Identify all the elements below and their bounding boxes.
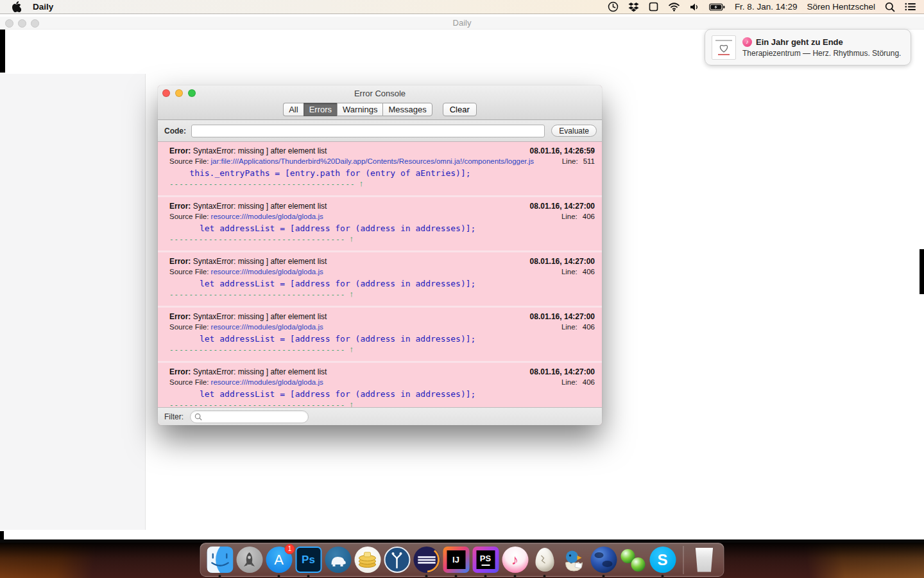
tab-errors[interactable]: Errors <box>304 103 337 116</box>
error-timestamp: 08.01.16, 14:27:00 <box>530 257 595 266</box>
dock-item-egg[interactable] <box>530 545 560 575</box>
sourcetree-icon <box>384 547 411 574</box>
cracked-egg-icon <box>531 547 558 574</box>
skype-icon: S <box>649 547 676 574</box>
photoshop-icon: Ps <box>295 547 322 574</box>
notification-title: Ein Jahr geht zu Ende <box>756 37 843 47</box>
finder-icon <box>207 547 234 574</box>
error-code-line: let addressList = [address for (address … <box>169 334 595 344</box>
battery-charging-icon[interactable] <box>709 3 725 11</box>
error-entry[interactable]: Error: SyntaxError: missing ] after elem… <box>158 142 602 197</box>
green-orbs-icon <box>620 547 647 574</box>
dock-item-sequel-pro[interactable] <box>353 545 382 575</box>
error-message: Error: SyntaxError: missing ] after elem… <box>169 202 327 211</box>
dock-item-firefox-nightly[interactable] <box>589 545 619 575</box>
code-eval-bar: Code: Evaluate <box>158 120 602 142</box>
error-entry[interactable]: Error: SyntaxError: missing ] after elem… <box>158 308 602 363</box>
apple-icon[interactable] <box>12 1 21 12</box>
time-machine-icon[interactable] <box>608 1 619 12</box>
tab-messages[interactable]: Messages <box>382 103 432 116</box>
source-file-link[interactable]: resource:///modules/gloda/gloda.js <box>211 323 323 331</box>
app-store-icon: A 1 <box>266 547 293 574</box>
caret-arrow-icon: ↑ <box>359 179 364 188</box>
tab-warnings[interactable]: Warnings <box>337 103 382 116</box>
evaluate-button[interactable]: Evaluate <box>551 125 597 137</box>
error-timestamp: 08.01.16, 14:27:00 <box>530 202 595 211</box>
itunes-icon: ♪ <box>742 37 752 47</box>
dock-item-app-store[interactable]: A 1 <box>264 545 294 575</box>
dock-item-mamp[interactable] <box>323 545 353 575</box>
dock-item-trash[interactable] <box>690 545 719 575</box>
dock-item-photoshop[interactable]: Ps <box>294 545 323 575</box>
error-entry[interactable]: Error: SyntaxError: missing ] after elem… <box>158 197 602 252</box>
source-file-row: Source File: resource:///modules/gloda/g… <box>169 268 323 276</box>
dock-separator <box>683 546 684 574</box>
caret-arrow-icon: ↑ <box>349 399 354 407</box>
dock-item-green-orbs[interactable] <box>619 545 648 575</box>
error-timestamp: 08.01.16, 14:26:59 <box>530 146 595 155</box>
dock-item-skype[interactable]: S <box>648 545 678 575</box>
error-entry[interactable]: Error: SyntaxError: missing ] after elem… <box>158 363 602 407</box>
dock: A 1 Ps IJ PS ♪ <box>200 543 724 577</box>
caret-indicator: ------------------------------------↑ <box>169 399 595 407</box>
dock-item-sourcetree[interactable] <box>382 545 412 575</box>
launchpad-rocket-icon <box>236 547 263 574</box>
notification-center-icon[interactable] <box>905 3 916 11</box>
source-file-row: Source File: resource:///modules/gloda/g… <box>169 378 323 386</box>
source-file-row: Source File: resource:///modules/gloda/g… <box>169 323 323 331</box>
trash-icon <box>691 547 718 574</box>
dock-item-phpstorm[interactable]: PS <box>471 545 501 575</box>
menu-bar-username[interactable]: Sören Hentzschel <box>807 2 875 12</box>
clear-button[interactable]: Clear <box>443 103 477 116</box>
menu-bar-clock[interactable]: Fr. 8. Jan. 14:29 <box>735 2 798 12</box>
line-number: Line:406 <box>561 213 595 220</box>
spotlight-icon[interactable] <box>885 2 895 12</box>
source-file-link[interactable]: resource:///modules/gloda/gloda.js <box>211 378 323 386</box>
source-file-link[interactable]: resource:///modules/gloda/gloda.js <box>211 213 323 220</box>
source-file-row: Source File: resource:///modules/gloda/g… <box>169 213 323 220</box>
source-file-link[interactable]: resource:///modules/gloda/gloda.js <box>211 268 323 276</box>
line-number: Line:406 <box>561 323 595 331</box>
dock-item-launchpad[interactable] <box>235 545 264 575</box>
error-code-line: this._entryPaths = [entry.path for (entr… <box>169 168 595 178</box>
volume-icon[interactable] <box>690 3 699 12</box>
code-label: Code: <box>164 127 186 136</box>
source-file-row: Source File: jar:file:///Applications/Th… <box>169 157 534 165</box>
caret-indicator: ------------------------------------↑ <box>169 234 595 243</box>
search-icon <box>194 413 202 421</box>
nightly-globe-icon <box>590 547 617 574</box>
error-entry[interactable]: Error: SyntaxError: missing ] after elem… <box>158 252 602 308</box>
caret-arrow-icon: ↑ <box>349 289 354 299</box>
tab-all[interactable]: All <box>283 103 303 116</box>
filter-tabs: All Errors Warnings Messages <box>283 103 432 116</box>
caret-indicator: ------------------------------------↑ <box>169 344 595 354</box>
error-entries: Error: SyntaxError: missing ] after elem… <box>158 142 602 407</box>
dock-item-thunderbird-daily[interactable] <box>560 545 589 575</box>
line-number: Line:406 <box>561 378 595 386</box>
window-titlebar[interactable]: Error Console All Errors Warnings Messag… <box>158 85 602 120</box>
dock-item-itunes[interactable]: ♪ <box>501 545 530 575</box>
wifi-icon[interactable] <box>668 3 680 12</box>
display-icon[interactable] <box>649 2 658 12</box>
filter-label: Filter: <box>164 412 184 421</box>
caret-indicator: ------------------------------------↑ <box>169 289 595 299</box>
left-edge-strip <box>0 30 5 73</box>
filter-search-field[interactable] <box>190 410 309 423</box>
error-message: Error: SyntaxError: missing ] after elem… <box>169 146 327 155</box>
dock-item-eclipse[interactable] <box>412 545 441 575</box>
error-message: Error: SyntaxError: missing ] after elem… <box>169 312 327 321</box>
error-code-line: let addressList = [address for (address … <box>169 279 595 288</box>
caret-arrow-icon: ↑ <box>349 234 354 243</box>
notification-banner[interactable]: ♪ Ein Jahr geht zu Ende Therapiezentrum … <box>705 29 911 66</box>
active-app-name[interactable]: Daily <box>33 2 53 12</box>
error-message: Error: SyntaxError: missing ] after elem… <box>169 367 327 376</box>
code-input[interactable] <box>191 125 545 137</box>
filter-input[interactable] <box>202 412 308 421</box>
background-window-titlebar[interactable]: Daily <box>0 17 924 30</box>
dock-item-finder[interactable] <box>205 545 235 575</box>
itunes-note-icon: ♪ <box>502 547 529 574</box>
dock-item-intellij[interactable]: IJ <box>441 545 471 575</box>
dropbox-icon[interactable] <box>628 2 639 12</box>
source-file-link[interactable]: jar:file:///Applications/Thunderbird%20D… <box>211 157 535 165</box>
line-number: Line:406 <box>561 268 595 276</box>
